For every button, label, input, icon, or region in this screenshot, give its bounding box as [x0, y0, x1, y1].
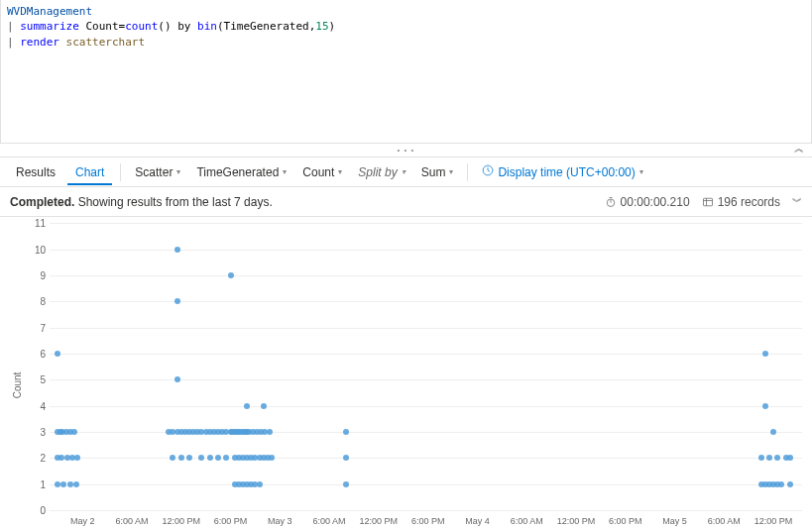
gridline [50, 432, 802, 433]
code-block[interactable]: WVDManagement | summarize Count=count() … [1, 0, 811, 53]
data-point[interactable] [215, 455, 221, 461]
data-point[interactable] [343, 429, 349, 435]
data-point[interactable] [774, 455, 780, 461]
data-point[interactable] [766, 455, 772, 461]
gridline [50, 223, 802, 224]
chevron-down-icon: ▾ [449, 167, 453, 176]
y-tick-label: 7 [30, 322, 46, 333]
y-tick-label: 0 [30, 505, 46, 516]
split-by-dropdown[interactable]: Split by▾ [352, 161, 410, 183]
data-point[interactable] [198, 455, 204, 461]
y-tick-label: 1 [30, 478, 46, 489]
svg-rect-2 [703, 198, 712, 206]
data-point[interactable] [174, 376, 180, 382]
tab-chart[interactable]: Chart [67, 159, 112, 185]
x-tick-label: 6:00 AM [708, 516, 741, 526]
data-point[interactable] [269, 455, 275, 461]
separator [467, 163, 468, 181]
query-editor[interactable]: WVDManagement | summarize Count=count() … [0, 0, 812, 144]
data-point[interactable] [257, 481, 263, 487]
data-point[interactable] [223, 455, 229, 461]
gridline [50, 354, 802, 355]
token-pipe: | [7, 36, 20, 49]
x-tick-label: 6:00 PM [411, 516, 445, 526]
tab-results[interactable]: Results [8, 159, 63, 185]
token-assign: Count= [85, 20, 125, 33]
x-tick-label: May 5 [662, 516, 687, 526]
data-point[interactable] [228, 272, 234, 278]
aggregation-dropdown[interactable]: Sum▾ [415, 161, 460, 183]
x-tick-label: 12:00 PM [360, 516, 399, 526]
data-point[interactable] [267, 429, 273, 435]
y-tick-label: 2 [30, 453, 46, 464]
expand-icon[interactable]: ︾ [792, 195, 802, 209]
x-tick-label: 12:00 PM [162, 516, 200, 526]
aggregation-label: Sum [421, 165, 446, 179]
chevron-down-icon: ▾ [338, 167, 342, 176]
y-tick-label: 5 [30, 374, 46, 385]
data-point[interactable] [71, 429, 77, 435]
data-point[interactable] [787, 455, 793, 461]
collapse-icon[interactable]: ︽ [794, 142, 804, 156]
gridline [50, 510, 802, 511]
y-tick-label: 4 [30, 400, 46, 411]
data-point[interactable] [758, 455, 764, 461]
x-tick-label: 12:00 PM [754, 516, 793, 526]
chart-area: Count 01234567891011May 26:00 AM12:00 PM… [0, 217, 812, 528]
data-point[interactable] [770, 429, 776, 435]
token-table: WVDManagement [7, 5, 92, 18]
y-tick-label: 9 [30, 269, 46, 280]
separator [120, 163, 121, 181]
records-icon [702, 196, 714, 208]
chevron-down-icon: ▾ [402, 167, 406, 176]
data-point[interactable] [73, 481, 79, 487]
x-tick-label: 6:00 AM [511, 516, 543, 526]
x-field-dropdown[interactable]: TimeGenerated▾ [190, 161, 292, 183]
duration-value: 00:00:00.210 [621, 195, 690, 209]
data-point[interactable] [343, 455, 349, 461]
gridline [50, 250, 802, 251]
scatter-plot[interactable]: 01234567891011May 26:00 AM12:00 PM6:00 P… [30, 223, 802, 510]
status-bar: Completed. Showing results from the last… [0, 187, 812, 217]
gridline [50, 301, 802, 302]
y-field-dropdown[interactable]: Count▾ [296, 161, 348, 183]
display-time-dropdown[interactable]: Display time (UTC+00:00) ▾ [476, 160, 648, 183]
data-point[interactable] [60, 481, 66, 487]
data-point[interactable] [762, 403, 768, 409]
x-tick-label: 6:00 PM [214, 516, 248, 526]
chart-type-dropdown[interactable]: Scatter▾ [129, 161, 186, 183]
y-axis-label: Count [12, 372, 23, 399]
data-point[interactable] [787, 481, 793, 487]
gridline [50, 458, 802, 459]
data-point[interactable] [186, 455, 192, 461]
token-pipe: | [7, 20, 20, 33]
data-point[interactable] [244, 403, 250, 409]
data-point[interactable] [170, 455, 175, 461]
y-tick-label: 3 [30, 427, 46, 438]
drag-handle-icon[interactable]: • • • [398, 146, 415, 155]
chevron-down-icon: ▾ [283, 167, 287, 176]
pane-divider[interactable]: • • • ︽ [0, 144, 812, 158]
data-point[interactable] [207, 455, 213, 461]
x-tick-label: 6:00 PM [609, 516, 642, 526]
data-point[interactable] [343, 481, 349, 487]
editor-whitespace[interactable] [1, 53, 811, 143]
data-point[interactable] [178, 455, 184, 461]
data-point[interactable] [778, 481, 784, 487]
data-point[interactable] [174, 247, 180, 253]
data-point[interactable] [174, 298, 180, 304]
x-tick-label: May 4 [465, 516, 490, 526]
x-tick-label: May 2 [70, 516, 95, 526]
data-point[interactable] [74, 455, 80, 461]
data-point[interactable] [261, 403, 267, 409]
data-point[interactable] [762, 351, 768, 357]
token-bin: bin [197, 20, 217, 33]
x-tick-label: 6:00 AM [115, 516, 148, 526]
token-render: render [20, 36, 59, 49]
data-point[interactable] [55, 351, 60, 357]
gridline [50, 275, 802, 276]
gridline [50, 328, 802, 329]
x-tick-label: May 3 [268, 516, 292, 526]
chevron-down-icon: ▾ [639, 167, 643, 176]
split-by-label: Split by [358, 165, 397, 179]
